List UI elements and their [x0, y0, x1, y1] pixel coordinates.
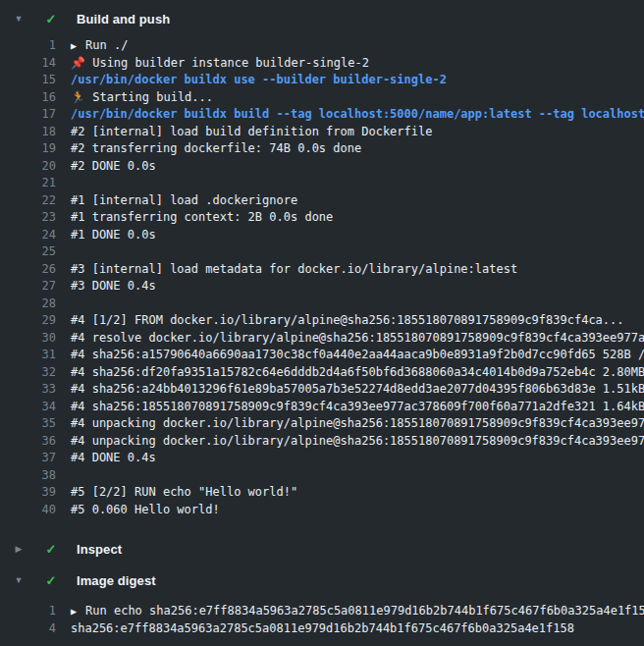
line-number[interactable]: 25 [0, 243, 56, 261]
line-number[interactable]: 23 [0, 209, 56, 227]
log-line: 17 /usr/bin/docker buildx build --tag lo… [0, 106, 644, 124]
line-number[interactable]: 14 [0, 55, 56, 73]
line-number[interactable]: 39 [0, 484, 56, 502]
log-group-line[interactable]: 1 ▶Run ./ [0, 37, 644, 55]
log-line: 16 🏃 Starting build... [0, 89, 644, 107]
log-line: 35 #4 unpacking docker.io/library/alpine… [0, 415, 644, 433]
section-label: Inspect [77, 542, 122, 557]
line-text: #2 [internal] load build definition from… [56, 124, 432, 141]
section-label: Build and push [77, 12, 170, 27]
line-number[interactable]: 26 [0, 261, 56, 279]
log-line: 24 #1 DONE 0.0s [0, 227, 644, 244]
line-text: #3 DONE 0.4s [56, 278, 156, 296]
line-number[interactable]: 22 [0, 192, 56, 210]
section-header-image-digest[interactable]: ▼ ✓ Image digest [0, 565, 644, 596]
log-line: 14 📌 Using builder instance builder-sing… [0, 55, 644, 73]
line-number[interactable]: 38 [0, 467, 56, 485]
line-text: #4 unpacking docker.io/library/alpine@sh… [56, 415, 644, 433]
line-number[interactable]: 15 [0, 72, 56, 89]
group-chevron-icon: ▶ [71, 606, 77, 617]
log-line: 39 #5 [2/2] RUN echo "Hello world!" [0, 484, 644, 502]
log-line: 37 #4 DONE 0.4s [0, 450, 644, 467]
log-line: 19 #2 transferring dockerfile: 74B 0.0s … [0, 140, 644, 158]
line-text: #4 sha256:185518070891758909c9f839cf4ca3… [56, 399, 644, 416]
line-text: #2 transferring dockerfile: 74B 0.0s don… [56, 140, 361, 158]
log-line: 4 sha256:e7ff8834a5963a2785c5a0811e979d1… [0, 620, 644, 638]
log-section-build-and-push: ▼ ✓ Build and push 1 ▶Run ./ 14 📌 Using … [0, 0, 644, 533]
section-header-inspect[interactable]: ▶ ✓ Inspect [0, 533, 644, 565]
line-number[interactable]: 31 [0, 347, 56, 364]
line-text: ▶Run ./ [56, 37, 128, 55]
line-text: ▶Run echo sha256:e7ff8834a5963a2785c5a08… [56, 603, 644, 620]
log-line: 30 #4 resolve docker.io/library/alpine@s… [0, 330, 644, 348]
log-line: 23 #1 transferring context: 2B 0.0s done [0, 209, 644, 227]
log-line: 21 [0, 175, 644, 192]
log-line: 26 #3 [internal] load metadata for docke… [0, 261, 644, 279]
line-number[interactable]: 4 [0, 620, 56, 638]
line-text: /usr/bin/docker buildx use --builder bui… [56, 72, 447, 89]
line-number[interactable]: 1 [0, 603, 56, 620]
line-text: #4 sha256:a24bb4013296f61e89ba57005a7b3e… [56, 381, 644, 399]
line-number[interactable]: 19 [0, 140, 56, 158]
line-number[interactable]: 21 [0, 175, 56, 192]
log-section-inspect: ▶ ✓ Inspect [0, 533, 644, 565]
line-number[interactable]: 16 [0, 89, 56, 107]
log-line: 22 #1 [internal] load .dockerignore [0, 192, 644, 210]
group-chevron-icon: ▶ [71, 40, 77, 51]
line-text [56, 467, 71, 485]
check-icon: ✓ [43, 573, 59, 588]
line-text: #4 resolve docker.io/library/alpine@sha2… [56, 330, 644, 348]
line-text: 📌 Using builder instance builder-single-… [56, 55, 369, 73]
log-section-image-digest: ▼ ✓ Image digest 1 ▶Run echo sha256:e7ff… [0, 565, 644, 637]
section-header-build-and-push[interactable]: ▼ ✓ Build and push [0, 0, 644, 37]
log-line: 15 /usr/bin/docker buildx use --builder … [0, 72, 644, 89]
line-number[interactable]: 24 [0, 227, 56, 244]
line-number[interactable]: 33 [0, 381, 56, 399]
line-text [56, 175, 71, 192]
line-text: #1 transferring context: 2B 0.0s done [56, 209, 333, 227]
log-line: 18 #2 [internal] load build definition f… [0, 124, 644, 141]
line-number[interactable]: 20 [0, 158, 56, 176]
line-number[interactable]: 27 [0, 278, 56, 296]
line-number[interactable]: 37 [0, 450, 56, 467]
actions-log-viewer: ▼ ✓ Build and push 1 ▶Run ./ 14 📌 Using … [0, 0, 644, 646]
line-text: #1 [internal] load .dockerignore [56, 192, 297, 210]
section-label: Image digest [77, 573, 156, 588]
line-number[interactable]: 18 [0, 124, 56, 141]
line-text: #5 [2/2] RUN echo "Hello world!" [56, 484, 297, 502]
log-line: 38 [0, 467, 644, 485]
line-text: #5 0.060 Hello world! [56, 502, 220, 519]
line-number[interactable]: 29 [0, 312, 56, 330]
line-text: #4 sha256:a15790640a6690aa1730c38cf0a440… [56, 347, 644, 364]
line-text: #4 [1/2] FROM docker.io/library/alpine@s… [56, 312, 624, 330]
line-number[interactable]: 35 [0, 415, 56, 433]
log-line: 20 #2 DONE 0.0s [0, 158, 644, 176]
line-text: /usr/bin/docker buildx build --tag local… [56, 106, 644, 124]
check-icon: ✓ [43, 12, 59, 27]
line-text: #3 [internal] load metadata for docker.i… [56, 261, 517, 279]
line-number[interactable]: 28 [0, 296, 56, 313]
line-number[interactable]: 32 [0, 364, 56, 382]
line-text: #4 unpacking docker.io/library/alpine@sh… [56, 433, 644, 451]
line-text [56, 243, 71, 261]
line-text: #4 DONE 0.4s [56, 450, 156, 467]
line-number[interactable]: 1 [0, 37, 56, 55]
line-number[interactable]: 40 [0, 502, 56, 519]
chevron-right-icon: ▶ [12, 544, 26, 554]
line-number[interactable]: 17 [0, 106, 56, 124]
log-line: 31 #4 sha256:a15790640a6690aa1730c38cf0a… [0, 347, 644, 364]
line-text: #4 sha256:df20fa9351a15782c64e6dddb2d4a6… [56, 364, 644, 382]
chevron-down-icon: ▼ [12, 14, 26, 24]
section-content: 1 ▶Run echo sha256:e7ff8834a5963a2785c5a… [0, 596, 644, 637]
log-group-line[interactable]: 1 ▶Run echo sha256:e7ff8834a5963a2785c5a… [0, 603, 644, 620]
log-line: 36 #4 unpacking docker.io/library/alpine… [0, 433, 644, 451]
log-line: 32 #4 sha256:df20fa9351a15782c64e6dddb2d… [0, 364, 644, 382]
line-number[interactable]: 34 [0, 399, 56, 416]
check-icon: ✓ [43, 542, 59, 557]
line-text [56, 296, 71, 313]
line-text: #2 DONE 0.0s [56, 158, 156, 176]
line-text: sha256:e7ff8834a5963a2785c5a0811e979d16b… [56, 620, 574, 638]
line-number[interactable]: 30 [0, 330, 56, 348]
line-number[interactable]: 36 [0, 433, 56, 451]
section-content: 1 ▶Run ./ 14 📌 Using builder instance bu… [0, 37, 644, 533]
